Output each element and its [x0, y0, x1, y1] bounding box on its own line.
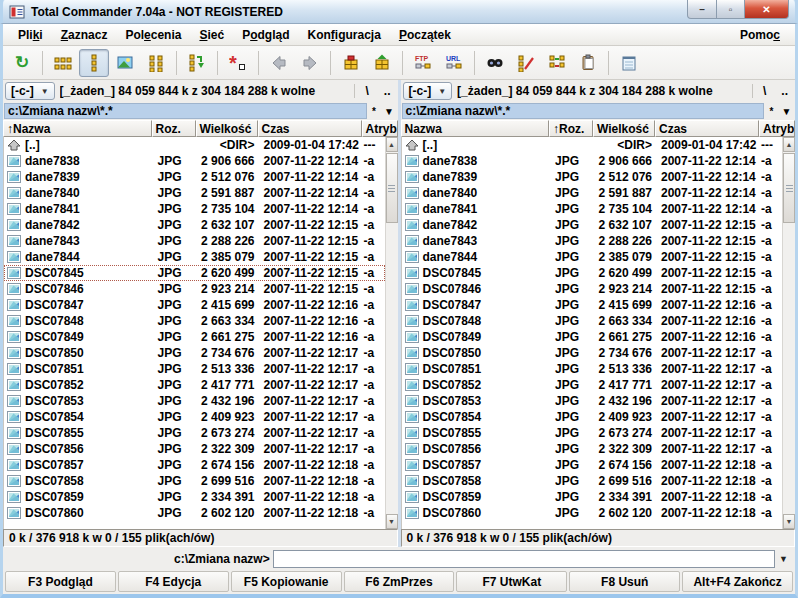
file-row[interactable]: DSC07847JPG2 415 6992007-11-22 12:16-a — [402, 297, 783, 313]
file-row[interactable]: dane7840JPG2 591 8872007-11-22 12:14-a — [4, 185, 385, 201]
file-row[interactable]: DSC07855JPG2 673 2742007-11-22 12:17-a — [4, 425, 385, 441]
menu-konfiguracja[interactable]: Konfiguracja — [299, 26, 390, 44]
file-row[interactable]: DSC07845JPG2 620 4992007-11-22 12:15-a — [402, 265, 783, 281]
file-row[interactable]: DSC07860JPG2 602 1202007-11-22 12:18-a — [4, 505, 385, 521]
column-header-name[interactable]: Nazwa — [401, 120, 550, 137]
fkey-f4-edycja[interactable]: F4 Edycja — [118, 571, 229, 592]
file-row[interactable]: DSC07858JPG2 699 5162007-11-22 12:18-a — [4, 473, 385, 489]
scroll-up-button[interactable]: ▲ — [783, 137, 795, 152]
file-row[interactable]: DSC07852JPG2 417 7712007-11-22 12:17-a — [4, 377, 385, 393]
column-header-ext[interactable]: Roz. — [152, 120, 196, 137]
column-header-size[interactable]: Wielkość — [593, 120, 655, 137]
search-button[interactable] — [480, 49, 510, 77]
file-row[interactable]: [..]<DIR>2009-01-04 17:42--- — [4, 137, 385, 153]
menu-pomoc[interactable]: Pomoc — [731, 26, 789, 44]
file-row[interactable]: dane7842JPG2 632 1072007-11-22 12:15-a — [4, 217, 385, 233]
column-header-name[interactable]: ↑Nazwa — [3, 120, 152, 137]
file-row[interactable]: dane7844JPG2 385 0792007-11-22 12:15-a — [4, 249, 385, 265]
file-row[interactable]: DSC07848JPG2 663 3342007-11-22 12:16-a — [402, 313, 783, 329]
hotlist-star-icon[interactable]: * — [367, 106, 382, 117]
column-header-attr[interactable]: Atryb — [759, 120, 795, 137]
ftp-url-button[interactable]: URL — [439, 49, 469, 77]
file-row[interactable]: DSC07859JPG2 334 3912007-11-22 12:18-a — [4, 489, 385, 505]
file-row[interactable]: DSC07854JPG2 409 9232007-11-22 12:17-a — [402, 409, 783, 425]
column-header-time[interactable]: Czas — [258, 120, 362, 137]
scrollbar-thumb[interactable] — [386, 153, 398, 223]
file-row[interactable]: DSC07846JPG2 923 2142007-11-22 12:15-a — [402, 281, 783, 297]
fkey-f6-zmprzes[interactable]: F6 ZmPrzes — [344, 571, 455, 592]
maximize-button[interactable]: ▫ — [717, 0, 745, 19]
menu-polecenia[interactable]: Polecenia — [116, 26, 190, 44]
file-row[interactable]: dane7843JPG2 288 2262007-11-22 12:15-a — [402, 233, 783, 249]
file-row[interactable]: DSC07854JPG2 409 9232007-11-22 12:17-a — [4, 409, 385, 425]
file-row[interactable]: dane7844JPG2 385 0792007-11-22 12:15-a — [402, 249, 783, 265]
close-button[interactable]: ✕ — [745, 0, 789, 19]
history-dropdown-icon[interactable]: ▼ — [779, 106, 794, 117]
parent-dir-button[interactable]: .. — [379, 84, 396, 98]
fkey-alt-f4-zako-cz[interactable]: Alt+F4 Zakończ — [682, 571, 793, 592]
file-row[interactable]: DSC07860JPG2 602 1202007-11-22 12:18-a — [402, 505, 783, 521]
file-row[interactable]: DSC07845JPG2 620 4992007-11-22 12:15-a — [4, 265, 385, 281]
parent-dir-button[interactable]: .. — [776, 84, 793, 98]
file-row[interactable]: [..]<DIR>2009-01-04 17:42--- — [402, 137, 783, 153]
column-header-size[interactable]: Wielkość — [196, 120, 258, 137]
forward-button[interactable] — [295, 49, 325, 77]
scrollbar-thumb[interactable] — [783, 153, 795, 223]
history-dropdown-icon[interactable]: ▼ — [382, 106, 397, 117]
unpack-files-button[interactable] — [367, 49, 397, 77]
file-row[interactable]: DSC07850JPG2 734 6762007-11-22 12:17-a — [402, 345, 783, 361]
thumbnails-view-button[interactable] — [110, 49, 140, 77]
notepad-button[interactable] — [614, 49, 644, 77]
file-row[interactable]: DSC07858JPG2 699 5162007-11-22 12:18-a — [402, 473, 783, 489]
file-row[interactable]: dane7839JPG2 512 0762007-11-22 12:14-a — [4, 169, 385, 185]
copy-properties-button[interactable] — [573, 49, 603, 77]
full-view-button[interactable] — [79, 49, 109, 77]
fkey-f3-podgl-d[interactable]: F3 Podgląd — [5, 571, 116, 592]
file-row[interactable]: dane7842JPG2 632 1072007-11-22 12:15-a — [402, 217, 783, 233]
brief-view-button[interactable] — [48, 49, 78, 77]
file-row[interactable]: DSC07856JPG2 322 3092007-11-22 12:17-a — [4, 441, 385, 457]
sync-dirs-button[interactable] — [542, 49, 572, 77]
command-input[interactable] — [273, 550, 775, 568]
file-row[interactable]: dane7839JPG2 512 0762007-11-22 12:14-a — [402, 169, 783, 185]
file-row[interactable]: DSC07851JPG2 513 3362007-11-22 12:17-a — [402, 361, 783, 377]
refresh-button[interactable]: ↻ — [7, 49, 37, 77]
custom-columns-view-button[interactable] — [141, 49, 171, 77]
scroll-down-button[interactable]: ▼ — [386, 514, 398, 529]
tree-view-button[interactable] — [182, 49, 212, 77]
drive-selector-left[interactable]: [-c-]▼ — [5, 82, 55, 100]
column-header-time[interactable]: Czas — [655, 120, 759, 137]
file-row[interactable]: dane7838JPG2 906 6662007-11-22 12:14-a — [402, 153, 783, 169]
command-history-dropdown-icon[interactable]: ▼ — [775, 554, 792, 564]
file-row[interactable]: DSC07855JPG2 673 2742007-11-22 12:17-a — [402, 425, 783, 441]
file-row[interactable]: DSC07847JPG2 415 6992007-11-22 12:16-a — [4, 297, 385, 313]
drive-selector-right[interactable]: [-c-]▼ — [403, 82, 453, 100]
branch-view-button[interactable]: * — [223, 49, 253, 77]
file-row[interactable]: DSC07852JPG2 417 7712007-11-22 12:17-a — [402, 377, 783, 393]
current-path[interactable]: c:\Zmiana nazw\*.* — [402, 103, 765, 119]
fkey-f5-kopiowanie[interactable]: F5 Kopiowanie — [231, 571, 342, 592]
current-path[interactable]: c:\Zmiana nazw\*.* — [4, 103, 367, 119]
file-row[interactable]: DSC07853JPG2 432 1962007-11-22 12:17-a — [4, 393, 385, 409]
menu-pocztek[interactable]: Początek — [390, 26, 460, 44]
file-row[interactable]: DSC07850JPG2 734 6762007-11-22 12:17-a — [4, 345, 385, 361]
pack-files-button[interactable] — [336, 49, 366, 77]
menu-zaznacz[interactable]: Zaznacz — [52, 26, 117, 44]
multi-rename-button[interactable] — [511, 49, 541, 77]
file-row[interactable]: DSC07856JPG2 322 3092007-11-22 12:17-a — [402, 441, 783, 457]
file-row[interactable]: DSC07849JPG2 661 2752007-11-22 12:16-a — [4, 329, 385, 345]
ftp-connect-button[interactable]: FTP — [408, 49, 438, 77]
root-dir-button[interactable]: \ — [758, 84, 771, 98]
file-row[interactable]: DSC07857JPG2 674 1562007-11-22 12:18-a — [4, 457, 385, 473]
file-row[interactable]: DSC07853JPG2 432 1962007-11-22 12:17-a — [402, 393, 783, 409]
menu-sie[interactable]: Sieć — [190, 26, 233, 44]
file-row[interactable]: dane7840JPG2 591 8872007-11-22 12:14-a — [402, 185, 783, 201]
file-row[interactable]: DSC07848JPG2 663 3342007-11-22 12:16-a — [4, 313, 385, 329]
file-row[interactable]: DSC07846JPG2 923 2142007-11-22 12:15-a — [4, 281, 385, 297]
column-header-attr[interactable]: Atryb — [362, 120, 398, 137]
menu-podgld[interactable]: Podgląd — [233, 26, 298, 44]
scroll-up-button[interactable]: ▲ — [386, 137, 398, 152]
back-button[interactable] — [264, 49, 294, 77]
column-header-ext[interactable]: ↑Roz. — [549, 120, 593, 137]
file-row[interactable]: DSC07859JPG2 334 3912007-11-22 12:18-a — [402, 489, 783, 505]
